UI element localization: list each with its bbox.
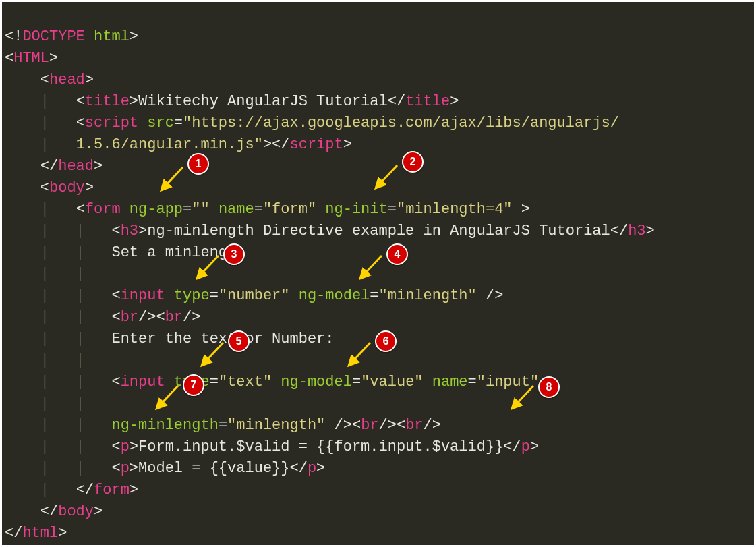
svg-line-1 [376, 165, 397, 188]
callout-badge-8: 8 [538, 376, 560, 398]
code-line: </head> [5, 158, 103, 175]
editor-frame: <!DOCTYPE html> <HTML> <head> | <title>W… [0, 0, 756, 547]
callout-badge-3: 3 [223, 243, 245, 265]
arrow-icon [356, 254, 383, 281]
code-line: <!DOCTYPE html> [5, 28, 138, 45]
code-line: | | <br/><br/> [5, 309, 200, 326]
code-line: </body> [5, 503, 103, 520]
code-line: | 1.5.6/angular.min.js"></script> [5, 136, 352, 153]
code-line: | <script src="https://ajax.googleapis.c… [5, 115, 619, 132]
code-line: <HTML> [5, 50, 58, 67]
callout-badge-4: 4 [386, 243, 408, 265]
code-line: | | [5, 266, 111, 283]
code-line: | | Enter the text or Number: [5, 330, 335, 347]
callout-badge-5: 5 [228, 330, 250, 352]
arrow-icon [198, 341, 225, 368]
code-block: <!DOCTYPE html> <HTML> <head> | <title>W… [5, 5, 655, 544]
svg-line-5 [349, 343, 370, 366]
arrow-icon [508, 384, 535, 411]
svg-line-7 [512, 386, 533, 409]
callout-badge-1: 1 [187, 153, 209, 175]
code-line: | | <p>Form.input.$valid = {{form.input.… [5, 438, 539, 455]
arrow-icon [345, 341, 372, 368]
code-line: | | <p>Model = {{value}}</p> [5, 460, 325, 477]
code-line: | <form ng-app="" name="form" ng-init="m… [5, 201, 530, 218]
svg-line-3 [360, 256, 382, 279]
code-line: | | <h3>ng-minlength Directive example i… [5, 223, 655, 239]
code-line: | | <input type="number" ng-model="minle… [5, 287, 503, 304]
svg-line-6 [156, 386, 178, 409]
code-line: <head> [5, 71, 94, 88]
callout-badge-2: 2 [402, 151, 424, 173]
code-line: | | [5, 352, 111, 369]
callout-badge-7: 7 [183, 374, 204, 396]
code-line: <body> [5, 179, 94, 196]
callout-badge-6: 6 [375, 330, 397, 352]
code-line: </html> [5, 525, 67, 542]
svg-line-4 [202, 343, 223, 366]
arrow-icon [157, 166, 184, 193]
arrow-icon [372, 164, 399, 191]
code-line: | | <input type="text" ng-model="value" … [5, 374, 539, 391]
svg-line-2 [197, 256, 219, 279]
arrow-icon [193, 254, 220, 281]
svg-line-0 [161, 167, 183, 190]
code-line: | | [5, 395, 111, 412]
arrow-icon [152, 384, 179, 411]
code-line: | </form> [5, 482, 138, 498]
code-line: | <title>Wikitechy AngularJS Tutorial</t… [5, 93, 459, 110]
code-line: | | ng-minlength="minlength" /><br/><br/… [5, 417, 441, 434]
